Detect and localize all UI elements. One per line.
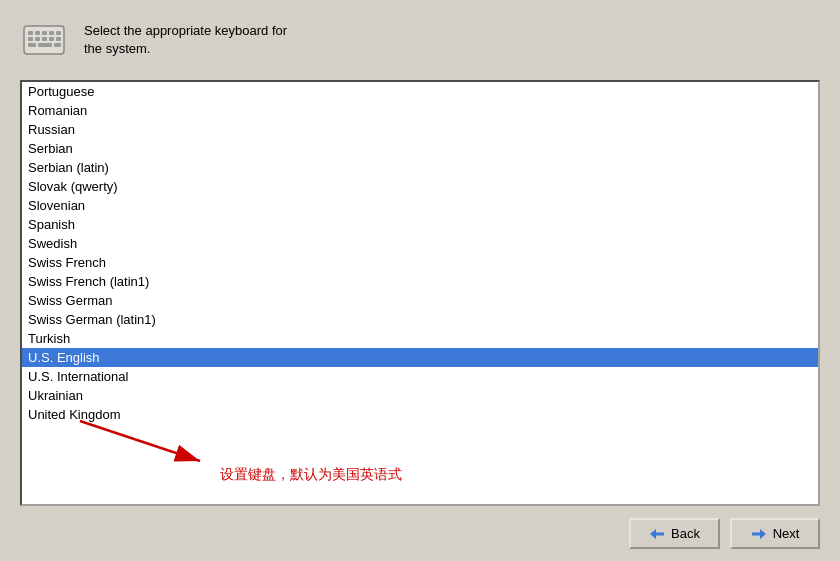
keyboard-list-container: PortugueseRomanianRussianSerbianSerbian …	[20, 80, 820, 506]
svg-rect-8	[42, 37, 47, 41]
back-label: Back	[671, 526, 700, 541]
list-item[interactable]: U.S. English	[22, 348, 818, 367]
svg-rect-13	[54, 43, 61, 47]
svg-rect-1	[28, 31, 33, 35]
list-item[interactable]: Swiss French	[22, 253, 818, 272]
header-instruction: Select the appropriate keyboard for the …	[84, 22, 287, 58]
svg-rect-17	[654, 532, 664, 535]
list-item[interactable]: Slovak (qwerty)	[22, 177, 818, 196]
next-icon	[751, 527, 767, 541]
svg-rect-7	[35, 37, 40, 41]
list-item[interactable]: Serbian	[22, 139, 818, 158]
list-item[interactable]: U.S. International	[22, 367, 818, 386]
next-label: Next	[773, 526, 800, 541]
list-item[interactable]: Romanian	[22, 101, 818, 120]
keyboard-icon	[20, 16, 68, 64]
svg-rect-19	[752, 532, 762, 535]
annotation-text: 设置键盘，默认为美国英语式	[220, 466, 402, 484]
svg-rect-6	[28, 37, 33, 41]
svg-rect-2	[35, 31, 40, 35]
next-button[interactable]: Next	[730, 518, 820, 549]
svg-rect-12	[38, 43, 52, 47]
list-item[interactable]: Portuguese	[22, 82, 818, 101]
svg-rect-3	[42, 31, 47, 35]
svg-rect-9	[49, 37, 54, 41]
svg-rect-11	[28, 43, 36, 47]
list-item[interactable]: Russian	[22, 120, 818, 139]
footer: Back Next	[0, 506, 840, 561]
list-item[interactable]: Swiss German	[22, 291, 818, 310]
list-item[interactable]: Turkish	[22, 329, 818, 348]
list-item[interactable]: Swedish	[22, 234, 818, 253]
list-item[interactable]: Swiss French (latin1)	[22, 272, 818, 291]
svg-rect-4	[49, 31, 54, 35]
back-button[interactable]: Back	[629, 518, 720, 549]
list-item[interactable]: Swiss German (latin1)	[22, 310, 818, 329]
list-item[interactable]: Slovenian	[22, 196, 818, 215]
list-item[interactable]: Ukrainian	[22, 386, 818, 405]
keyboard-list-scroll[interactable]: PortugueseRomanianRussianSerbianSerbian …	[22, 82, 818, 504]
svg-rect-5	[56, 31, 61, 35]
svg-rect-10	[56, 37, 61, 41]
back-icon	[649, 527, 665, 541]
list-item[interactable]: United Kingdom	[22, 405, 818, 424]
main-content: PortugueseRomanianRussianSerbianSerbian …	[0, 80, 840, 506]
list-item[interactable]: Serbian (latin)	[22, 158, 818, 177]
header: Select the appropriate keyboard for the …	[0, 0, 840, 80]
list-item[interactable]: Spanish	[22, 215, 818, 234]
